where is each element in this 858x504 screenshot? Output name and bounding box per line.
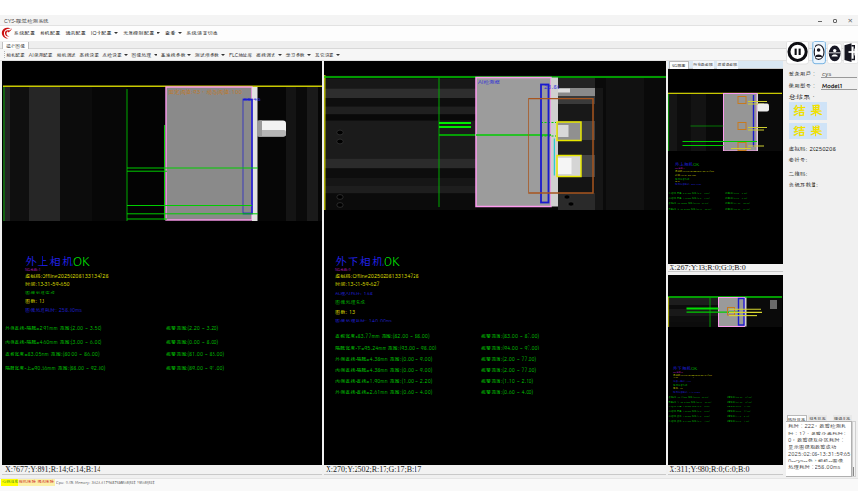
svg-text:固定阈值:93，动态阈值:100: 固定阈值:93，动态阈值:100 [168, 87, 243, 95]
svg-text:65.48: 65.48 [243, 95, 261, 103]
svg-text:23.80: 23.80 [544, 83, 560, 91]
svg-text:AI检测框: AI检测框 [478, 78, 500, 86]
